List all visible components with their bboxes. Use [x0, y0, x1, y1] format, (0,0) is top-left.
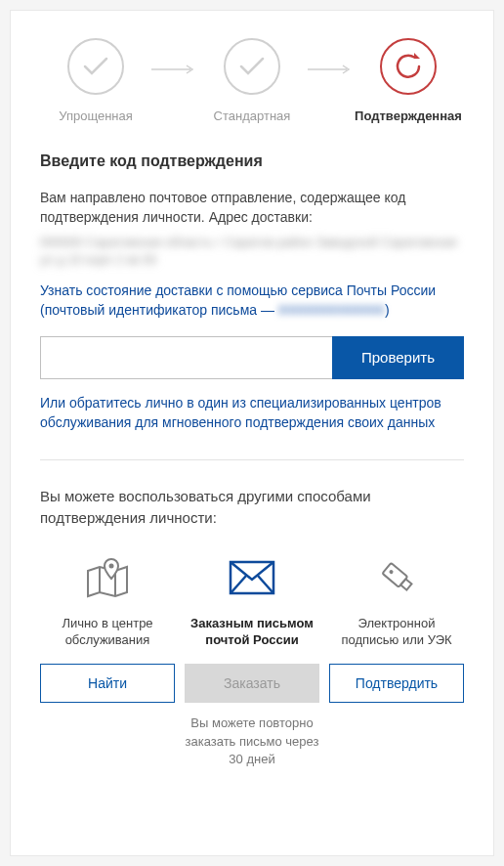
verification-card: Упрощенная Стандартная Подтвержденная Вв…	[10, 10, 494, 856]
track-delivery-link[interactable]: Узнать состояние доставки с помощью серв…	[40, 281, 464, 321]
service-centers-link[interactable]: Или обратитесь лично в один из специализ…	[40, 393, 464, 433]
svg-rect-2	[382, 563, 407, 587]
check-button[interactable]: Проверить	[332, 336, 464, 379]
usb-key-icon	[373, 554, 420, 601]
svg-point-4	[389, 569, 395, 575]
track-id-redacted: 00000000000000	[278, 300, 385, 320]
divider	[40, 459, 464, 460]
step-label: Подтвержденная	[355, 108, 462, 123]
code-input-row: Проверить	[40, 336, 464, 379]
order-letter-button: Заказать	[185, 664, 319, 703]
method-signature: Электронной подписью или УЭК Подтвердить	[329, 554, 464, 770]
method-label: Лично в центре обслуживания	[40, 615, 175, 650]
svg-point-0	[109, 563, 114, 568]
alternative-methods-title: Вы можете воспользоваться другими способ…	[40, 486, 464, 529]
methods-row: Лично в центре обслуживания Найти Заказн…	[40, 554, 464, 770]
track-link-suffix: )	[385, 302, 390, 318]
method-in-person: Лично в центре обслуживания Найти	[40, 554, 175, 770]
refresh-icon	[380, 38, 437, 95]
checkmark-icon	[224, 38, 280, 95]
method-mail: Заказным письмом почтой России Заказать …	[185, 554, 319, 770]
method-label: Электронной подписью или УЭК	[329, 615, 464, 650]
confirm-signature-button[interactable]: Подтвердить	[329, 664, 464, 703]
arrow-icon	[151, 62, 196, 79]
delivery-address-redacted: 000000 Саратовская область г Саратов рай…	[40, 234, 464, 269]
find-center-button[interactable]: Найти	[40, 664, 175, 703]
step-confirmed: Подтвержденная	[353, 38, 464, 123]
reorder-note: Вы можете повторно заказать письмо через…	[185, 714, 319, 770]
arrow-icon	[308, 62, 353, 79]
section-title: Введите код подтверждения	[40, 152, 464, 170]
checkmark-icon	[67, 38, 124, 95]
confirmation-code-input[interactable]	[40, 336, 332, 379]
method-label: Заказным письмом почтой России	[185, 615, 319, 650]
delivery-description: Вам направлено почтовое отправление, сод…	[40, 188, 464, 228]
step-simple: Упрощенная	[40, 38, 151, 123]
envelope-icon	[229, 554, 275, 601]
map-pin-icon	[84, 554, 131, 601]
progress-steps: Упрощенная Стандартная Подтвержденная	[40, 38, 464, 123]
step-standard: Стандартная	[196, 38, 308, 123]
svg-rect-3	[400, 579, 411, 589]
step-label: Упрощенная	[59, 108, 133, 123]
step-label: Стандартная	[214, 108, 291, 123]
